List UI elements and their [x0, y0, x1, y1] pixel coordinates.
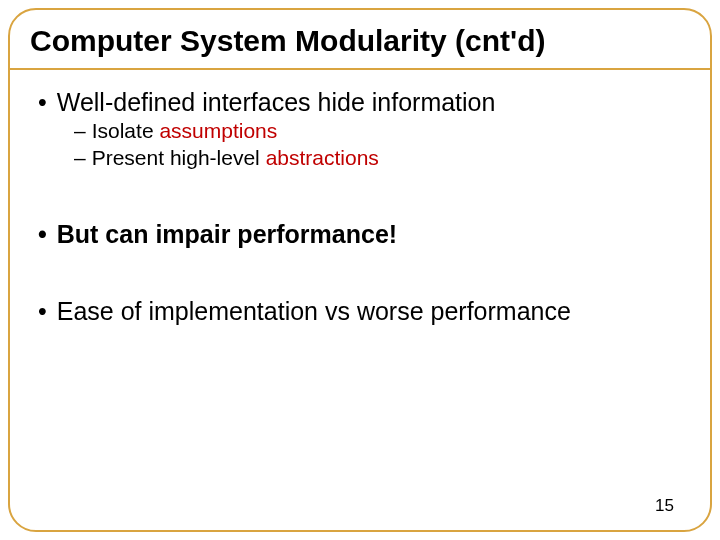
bullet-icon: • — [38, 297, 47, 326]
dash-icon: – — [74, 144, 86, 171]
bullet-icon: • — [38, 88, 47, 117]
bullet-3: • Ease of implementation vs worse perfor… — [38, 297, 682, 326]
slide-content: • Well-defined interfaces hide informati… — [10, 70, 710, 326]
bullet-2-text: But can impair performance! — [57, 220, 397, 249]
slide-frame: Computer System Modularity (cnt'd) • Wel… — [8, 8, 712, 532]
bullet-1a: – Isolate assumptions — [74, 117, 682, 144]
page-number: 15 — [655, 496, 674, 516]
bullet-2: • But can impair performance! — [38, 220, 682, 249]
bullet-1: • Well-defined interfaces hide informati… — [38, 88, 682, 117]
bullet-1a-text: Isolate assumptions — [92, 117, 278, 144]
bullet-icon: • — [38, 220, 47, 249]
dash-icon: – — [74, 117, 86, 144]
bullet-3-text: Ease of implementation vs worse performa… — [57, 297, 571, 326]
bullet-1-text: Well-defined interfaces hide information — [57, 88, 496, 117]
bullet-1b-text: Present high-level abstractions — [92, 144, 379, 171]
slide-title: Computer System Modularity (cnt'd) — [10, 10, 710, 70]
bullet-1b: – Present high-level abstractions — [74, 144, 682, 171]
